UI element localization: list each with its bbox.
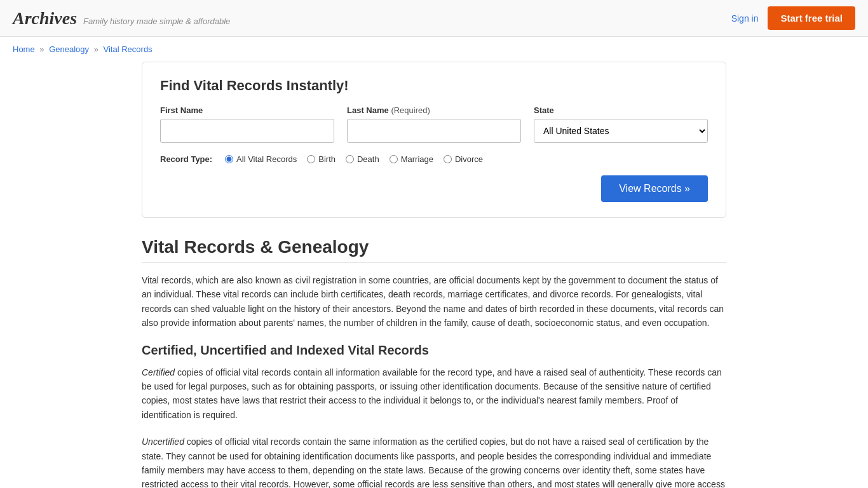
first-name-label: First Name [160, 105, 334, 115]
article-body-2: Certified copies of official vital recor… [142, 365, 726, 423]
main-content: Find Vital Records Instantly! First Name… [129, 62, 739, 488]
record-type-row: Record Type: All Vital Records Birth Dea… [160, 154, 708, 164]
radio-marriage-input[interactable] [390, 155, 398, 163]
logo: Archives [13, 8, 77, 29]
breadcrumb: Home » Genealogy » Vital Records [0, 37, 868, 62]
radio-birth[interactable]: Birth [307, 154, 336, 164]
header-right: Sign in Start free trial [731, 6, 855, 30]
first-name-group: First Name [160, 105, 334, 143]
logo-tagline: Family history made simple & affordable [83, 17, 230, 26]
radio-birth-label: Birth [318, 154, 336, 164]
radio-death-input[interactable] [346, 155, 354, 163]
record-type-label: Record Type: [160, 154, 212, 164]
radio-divorce-input[interactable] [444, 155, 452, 163]
state-group: State All United States Alabama Alaska A… [534, 105, 708, 143]
radio-all-label: All Vital Records [236, 154, 297, 164]
radio-all-input[interactable] [225, 155, 233, 163]
breadcrumb-genealogy[interactable]: Genealogy [49, 44, 89, 54]
article-body-3: Uncertified copies of official vital rec… [142, 435, 726, 488]
radio-group: All Vital Records Birth Death Marriage D… [225, 154, 483, 164]
first-name-input[interactable] [160, 119, 334, 143]
radio-marriage[interactable]: Marriage [390, 154, 433, 164]
article-subtitle: Certified, Uncertified and Indexed Vital… [142, 343, 726, 358]
sign-in-link[interactable]: Sign in [731, 13, 759, 24]
article-body-1: Vital records, which are also known as c… [142, 273, 726, 330]
breadcrumb-sep-1: » [39, 44, 44, 54]
radio-divorce-label: Divorce [455, 154, 483, 164]
radio-death-label: Death [357, 154, 379, 164]
header-left: Archives Family history made simple & af… [13, 8, 230, 29]
state-select[interactable]: All United States Alabama Alaska Arizona… [534, 119, 708, 143]
search-box: Find Vital Records Instantly! First Name… [142, 62, 726, 218]
view-records-row: View Records » [160, 175, 708, 202]
radio-marriage-label: Marriage [401, 154, 433, 164]
radio-divorce[interactable]: Divorce [444, 154, 483, 164]
radio-death[interactable]: Death [346, 154, 379, 164]
article-uncertified-label: Uncertified [142, 437, 184, 447]
radio-all[interactable]: All Vital Records [225, 154, 297, 164]
start-trial-button[interactable]: Start free trial [768, 6, 855, 30]
breadcrumb-home[interactable]: Home [13, 44, 35, 54]
article-title: Vital Records & Genealogy [142, 237, 726, 257]
article-certified-text: copies of official vital records contain… [142, 367, 722, 420]
article-certified-label: Certified [142, 367, 175, 377]
state-label: State [534, 105, 708, 115]
radio-birth-input[interactable] [307, 155, 315, 163]
search-title: Find Vital Records Instantly! [160, 78, 708, 94]
last-name-input[interactable] [347, 119, 521, 143]
last-name-group: Last Name (Required) [347, 105, 521, 143]
breadcrumb-current: Vital Records [104, 44, 153, 54]
view-records-button[interactable]: View Records » [601, 175, 708, 202]
last-name-label: Last Name (Required) [347, 105, 521, 115]
article-uncertified-text: copies of official vital records contain… [142, 437, 725, 488]
header: Archives Family history made simple & af… [0, 0, 868, 37]
breadcrumb-sep-2: » [94, 44, 98, 54]
search-fields: First Name Last Name (Required) State Al… [160, 105, 708, 143]
article-divider [142, 262, 726, 263]
